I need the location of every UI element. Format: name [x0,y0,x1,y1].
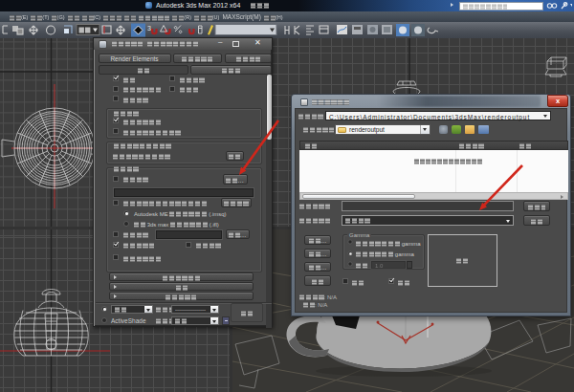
svg-text:3: 3 [147,25,151,32]
